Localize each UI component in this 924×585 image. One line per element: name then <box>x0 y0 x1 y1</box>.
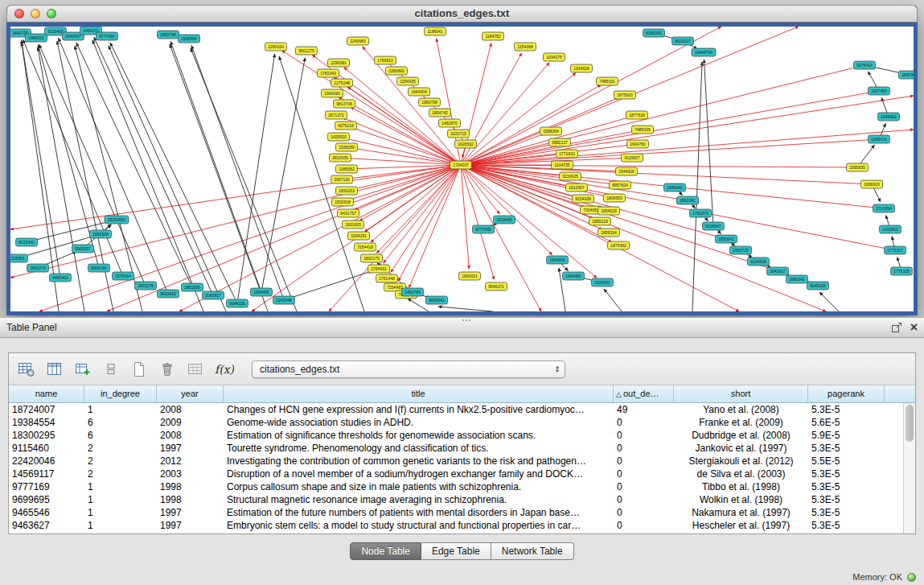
graph-node[interactable]: 9777693 <box>97 32 118 40</box>
graph-node[interactable]: 9813708 <box>334 100 355 108</box>
table-row[interactable]: 946554611997Estimation of the future num… <box>9 506 915 519</box>
graph-node[interactable]: 2043917 <box>203 291 224 299</box>
graph-node[interactable]: 1861830 <box>182 283 203 291</box>
graph-node[interactable]: 25260650 <box>105 216 129 224</box>
graph-node[interactable]: 9015342 <box>16 238 38 246</box>
graph-node[interactable]: 1854742 <box>429 109 451 117</box>
function-builder-icon[interactable]: f(x) <box>212 359 235 380</box>
zoom-window-button[interactable] <box>47 9 56 19</box>
graph-node[interactable]: 1595835 <box>847 163 869 171</box>
graph-node[interactable]: 1690342 <box>786 275 808 283</box>
graph-node[interactable]: 2060308 <box>90 230 112 238</box>
graph-node[interactable]: 1771632 <box>556 150 578 158</box>
graph-node[interactable]: 1820748 <box>158 31 179 39</box>
graph-node[interactable]: 5905193 <box>88 264 110 272</box>
graph-node[interactable]: 7485035 <box>632 126 654 134</box>
memory-status-indicator[interactable] <box>907 573 916 582</box>
column-header-pagerank[interactable]: pagerank <box>808 385 885 403</box>
graph-node[interactable]: 1544916 <box>616 167 638 175</box>
graph-node[interactable]: 2290024 <box>265 43 287 51</box>
graph-node[interactable]: 1839445 <box>251 288 273 296</box>
graph-node[interactable]: 9601275 <box>296 47 318 55</box>
graph-node[interactable]: 9154928 <box>573 195 594 203</box>
network-canvas[interactable]: 1724037229008117810431275248166409398137… <box>6 23 918 315</box>
graph-node[interactable]: 1349416 <box>869 135 890 143</box>
graph-node[interactable]: 1781043 <box>318 69 339 77</box>
graph-node[interactable]: 1664904 <box>409 88 430 96</box>
graph-node[interactable]: 1518445 <box>494 216 515 224</box>
graph-node[interactable]: 9146025 <box>227 299 248 307</box>
table-row[interactable]: 2242004622012Investigating the contribut… <box>9 455 915 468</box>
graph-node[interactable]: 1877518 <box>626 111 648 119</box>
graph-node[interactable]: 1636620 <box>861 180 883 188</box>
graph-node[interactable]: 1254935 <box>397 77 419 85</box>
graph-node[interactable]: 7485031 <box>597 77 618 85</box>
graph-node[interactable]: 1710354 <box>873 204 895 212</box>
graph-node[interactable]: 1451793 <box>402 288 424 296</box>
graph-node[interactable]: 1984531 <box>26 34 47 42</box>
graph-node[interactable]: 2260893 <box>386 67 408 75</box>
table-disabled-icon[interactable] <box>184 359 207 380</box>
graph-node[interactable]: 1754931 <box>368 265 390 273</box>
graph-node[interactable]: 1963708 <box>419 98 441 106</box>
table-row[interactable]: 946362711997Embryonic stem cells: a mode… <box>9 519 915 532</box>
graph-node[interactable]: 1859334 <box>598 229 620 237</box>
graph-node[interactable]: 1602175 <box>361 254 383 262</box>
graph-node[interactable]: 1903715 <box>730 246 752 254</box>
graph-node[interactable]: 1875920 <box>614 91 636 99</box>
tab-network-table[interactable]: Network Table <box>491 542 574 560</box>
window-titlebar[interactable]: citations_edges.txt <box>6 5 918 23</box>
graph-node[interactable]: 1934628 <box>571 64 593 72</box>
graph-node[interactable]: 1879362 <box>608 241 630 249</box>
new-document-icon[interactable] <box>128 359 150 380</box>
graph-node[interactable]: 1612907 <box>566 183 588 192</box>
graph-node[interactable]: 2290081 <box>328 59 350 67</box>
graph-node[interactable]: 1854529 <box>598 207 620 215</box>
graph-node[interactable]: 9431757 <box>338 209 359 217</box>
column-header-short[interactable]: short <box>674 385 808 403</box>
graph-node[interactable]: 9124538 <box>748 257 770 266</box>
graph-node[interactable]: 1724037 <box>450 161 472 169</box>
graph-node[interactable]: 1604782 <box>627 140 649 148</box>
graph-node[interactable]: 1626532 <box>455 140 477 148</box>
graph-node[interactable]: 1415803 <box>880 225 901 233</box>
graph-node[interactable]: 1904659 <box>547 256 569 264</box>
graph-node[interactable]: 2242048 <box>273 296 295 304</box>
graph-node[interactable]: 1840963 <box>899 71 914 79</box>
graph-node[interactable]: 1815276 <box>135 282 157 290</box>
vertical-scrollbar[interactable] <box>903 403 915 534</box>
table-row[interactable]: 1456911722003Disruption of a novel membe… <box>9 468 915 480</box>
column-header-year[interactable]: year <box>157 385 224 403</box>
table-row[interactable]: 911546021997Tourette syndrome. Phenomeno… <box>9 442 915 455</box>
graph-node[interactable]: 1892061 <box>677 196 699 204</box>
graph-node[interactable]: 1850273 <box>27 264 49 272</box>
graph-node[interactable]: 1773207 <box>885 246 906 254</box>
graph-node[interactable]: 1631825 <box>343 220 364 229</box>
graph-node[interactable]: 1809653 <box>604 194 626 202</box>
delete-icon[interactable] <box>156 359 179 380</box>
graph-node[interactable]: 1598264 <box>540 127 562 135</box>
tab-node-table[interactable]: Node Table <box>350 542 421 560</box>
float-panel-icon[interactable] <box>891 322 902 333</box>
graph-node[interactable]: 9245028 <box>807 282 829 290</box>
table-row[interactable]: 969969511998Structural magnetic resonanc… <box>9 493 915 506</box>
graph-node[interactable]: 1791973 <box>690 209 712 217</box>
graph-node[interactable]: 1827463 <box>869 87 890 95</box>
rows-icon[interactable] <box>100 359 122 380</box>
graph-node[interactable]: 9633415 <box>158 290 179 298</box>
graph-node[interactable]: 9957824 <box>610 181 631 189</box>
graph-node[interactable]: 9275410 <box>854 61 876 69</box>
graph-node[interactable]: 1538259 <box>336 143 358 151</box>
graph-node[interactable]: 1859218 <box>589 217 611 225</box>
graph-node[interactable]: 1924502 <box>592 278 614 286</box>
graph-node[interactable]: 1530918 <box>332 198 354 206</box>
tab-edge-table[interactable]: Edge Table <box>421 542 491 560</box>
graph-node[interactable]: 2810935 <box>330 154 351 162</box>
graph-node[interactable]: 9546372 <box>486 282 507 290</box>
table-row[interactable]: 977716911998Corpus callosum shape and si… <box>9 480 915 493</box>
graph-node[interactable]: 9318547 <box>703 222 725 230</box>
graph-node[interactable]: 1275248 <box>331 79 353 87</box>
graph-node[interactable]: 2067130 <box>331 175 353 183</box>
column-header-in_degree[interactable]: in_degree <box>84 385 157 403</box>
graph-node[interactable]: 1938554 <box>179 35 200 43</box>
